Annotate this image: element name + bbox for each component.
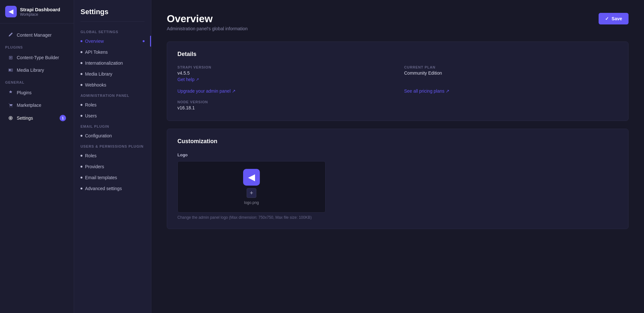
upgrade-link[interactable]: Upgrade your admin panel ↗ [177,88,236,94]
settings-nav-configuration[interactable]: Configuration [74,130,151,141]
configuration-text: Configuration [85,133,112,138]
upgrade-text: Upgrade your admin panel [177,88,231,94]
settings-divider [80,21,145,22]
current-plan-label: CURRENT PLAN [404,65,618,69]
configuration-bullet [80,135,82,137]
media-library-settings-text: Media Library [85,71,112,77]
node-version-row: NODE VERSION v16.18.1 [177,100,618,110]
providers-bullet [80,166,82,168]
details-card: Details STRAPI VERSION v4.5.5 Get help ↗… [167,41,629,121]
roles-text: Roles [85,102,97,107]
content-type-icon: ⊞ [8,55,14,60]
brand-text: Strapi Dashboard Workplace [20,7,60,17]
api-tokens-bullet [80,51,82,53]
svg-point-4 [10,117,11,119]
settings-nav-providers[interactable]: Providers [74,161,151,172]
pricing-item: See all pricing plans ↗ [404,88,618,94]
current-plan-value: Community Edition [404,70,618,76]
brand-header: ◀ Strapi Dashboard Workplace [0,0,74,23]
webhooks-text: Webhooks [85,82,106,87]
settings-nav-advanced-settings[interactable]: Advanced settings [74,183,151,194]
upgrade-ext-icon: ↗ [232,88,236,94]
email-templates-bullet [80,177,82,179]
content-area: Details STRAPI VERSION v4.5.5 Get help ↗… [151,41,644,250]
settings-nav-media-library[interactable]: Media Library [74,69,151,79]
external-link-icon: ↗ [196,77,199,82]
sidebar-item-media-library[interactable]: Media Library [3,64,71,76]
customization-card: Customization Logo ◀ + logo.png Change t… [167,129,629,229]
email-templates-text: Email templates [85,175,117,180]
logo-preview-icon: ◀ [243,169,260,186]
plugins-section-label: PLUGINS [0,41,74,51]
advanced-settings-text: Advanced settings [85,186,122,191]
brand-title: Strapi Dashboard [20,7,60,12]
providers-text: Providers [85,164,104,169]
settings-badge: 1 [60,115,66,121]
sidebar-navigation: Content Manager PLUGINS ⊞ Content-Type B… [0,23,74,313]
settings-nav-api-tokens[interactable]: API Tokens [74,47,151,58]
node-version-value: v16.18.1 [177,105,618,110]
webhooks-bullet [80,84,82,86]
node-version-item: NODE VERSION v16.18.1 [177,100,618,110]
marketplace-icon [8,102,14,108]
global-settings-label: GLOBAL SETTINGS [74,27,151,36]
settings-nav-email-templates[interactable]: Email templates [74,172,151,183]
get-help-text: Get help [177,77,194,82]
current-plan-item: CURRENT PLAN Community Edition [404,65,618,82]
media-library-label: Media Library [17,68,44,73]
settings-nav-webhooks[interactable]: Webhooks [74,79,151,90]
settings-nav-users[interactable]: Users [74,110,151,121]
users-text: Users [85,113,97,118]
sidebar-item-plugins[interactable]: Plugins [3,87,71,99]
marketplace-label: Marketplace [17,103,41,108]
plugins-icon [8,90,14,96]
main-header: Overview Administration panel's global i… [151,0,644,41]
left-sidebar: ◀ Strapi Dashboard Workplace Content Man… [0,0,74,313]
page-subtitle: Administration panel's global informatio… [167,26,248,31]
strapi-version-item: STRAPI VERSION v4.5.5 Get help ↗ [177,65,391,82]
brand-icon: ◀ [5,6,17,17]
up-roles-text: Roles [85,153,97,158]
save-button[interactable]: ✓ Save [599,13,629,24]
see-pricing-text: See all pricing plans [404,88,444,94]
svg-rect-1 [9,69,11,71]
save-label: Save [611,16,622,21]
edit-icon [8,32,14,38]
content-type-builder-label: Content-Type Builder [17,55,59,60]
logo-add-button[interactable]: + [247,188,256,198]
logo-upload-area[interactable]: ◀ + logo.png [177,161,326,213]
upgrade-item: Upgrade your admin panel ↗ [177,88,391,94]
get-help-link[interactable]: Get help ↗ [177,77,199,82]
logo-label: Logo [177,152,618,157]
api-tokens-text: API Tokens [85,50,108,55]
users-bullet [80,115,82,117]
roles-bullet [80,104,82,106]
sidebar-item-content-type-builder[interactable]: ⊞ Content-Type Builder [3,51,71,64]
settings-nav-roles[interactable]: Roles [74,99,151,110]
media-library-icon [8,67,14,73]
settings-label: Settings [17,115,33,121]
overview-bullet [80,40,82,42]
general-section-label: GENERAL [0,77,74,86]
sidebar-item-content-manager[interactable]: Content Manager [3,29,71,41]
overview-text: Overview [85,39,104,44]
pricing-ext-icon: ↗ [446,88,450,94]
settings-nav-up-roles[interactable]: Roles [74,150,151,161]
customization-card-title: Customization [177,138,618,145]
settings-icon [8,115,14,121]
sidebar-item-settings[interactable]: Settings 1 [3,112,71,124]
sidebar-item-marketplace[interactable]: Marketplace [3,99,71,111]
node-version-label: NODE VERSION [177,100,618,104]
svg-point-2 [10,106,10,107]
settings-nav-internationalization[interactable]: Internationalization [74,58,151,69]
see-pricing-link[interactable]: See all pricing plans ↗ [404,88,450,94]
main-content: Overview Administration panel's global i… [151,0,644,313]
settings-sidebar: Settings GLOBAL SETTINGS Overview API To… [74,0,151,313]
settings-sidebar-title: Settings [74,8,151,21]
admin-panel-label: ADMINISTRATION PANEL [74,90,151,99]
settings-nav-overview[interactable]: Overview [74,36,151,47]
internationalization-bullet [80,62,82,64]
brand-subtitle: Workplace [20,12,60,17]
users-permissions-label: USERS & PERMISSIONS PLUGIN [74,141,151,150]
strapi-version-value: v4.5.5 [177,70,391,76]
